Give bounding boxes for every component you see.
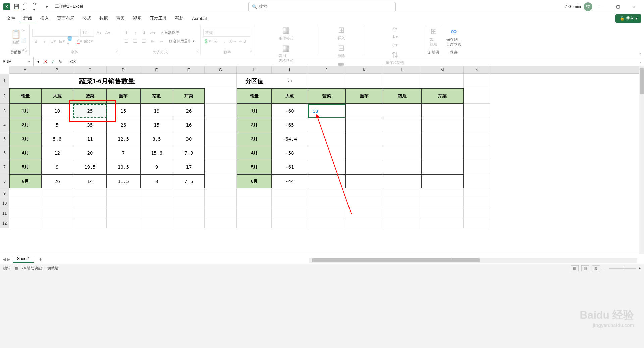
row-header[interactable]: 12 bbox=[0, 218, 9, 228]
cell-G5[interactable] bbox=[205, 132, 237, 146]
zoom-out-icon[interactable]: — bbox=[603, 266, 606, 270]
cell-A8[interactable]: 6月 bbox=[9, 174, 41, 188]
cell-D6[interactable]: 7 bbox=[107, 146, 140, 160]
cell-B5[interactable]: 5.6 bbox=[41, 132, 73, 146]
cell-L4[interactable] bbox=[383, 118, 421, 132]
col-header[interactable]: L bbox=[383, 66, 421, 73]
cell-F12[interactable] bbox=[173, 218, 205, 228]
col-header[interactable]: D bbox=[107, 66, 140, 73]
cell-N3[interactable] bbox=[464, 104, 490, 118]
fx-icon[interactable]: fx bbox=[57, 58, 64, 65]
cell-E5[interactable]: 8.5 bbox=[140, 132, 173, 146]
cell-K3[interactable] bbox=[345, 104, 383, 118]
cell-E4[interactable]: 15 bbox=[140, 118, 173, 132]
cell-E6[interactable]: 15.6 bbox=[140, 146, 173, 160]
cell-C4[interactable]: 35 bbox=[73, 118, 107, 132]
cell-F7[interactable]: 17 bbox=[173, 160, 205, 174]
col-header[interactable]: N bbox=[464, 66, 490, 73]
align-bottom-icon[interactable]: ⬇ bbox=[140, 29, 148, 37]
cell-F4[interactable]: 16 bbox=[173, 118, 205, 132]
fb-dropdown-icon[interactable]: ▾ bbox=[35, 58, 42, 65]
cell-H11[interactable] bbox=[237, 208, 272, 218]
orientation-icon[interactable]: ⤢▾ bbox=[149, 29, 156, 37]
tab-file[interactable]: 文件 bbox=[3, 13, 19, 23]
cell-C10[interactable] bbox=[73, 198, 107, 208]
cell-D8[interactable]: 11.5 bbox=[107, 174, 140, 188]
cell-C6[interactable]: 20 bbox=[73, 146, 107, 160]
cell-L5[interactable] bbox=[383, 132, 421, 146]
cell-L12[interactable] bbox=[383, 218, 421, 228]
currency-icon[interactable]: 💲▾ bbox=[203, 37, 211, 45]
cell-A5[interactable]: 3月 bbox=[9, 132, 41, 146]
row-header[interactable]: 2 bbox=[0, 88, 9, 104]
name-box[interactable]: SUM ▼ bbox=[0, 57, 34, 66]
cell-F9[interactable] bbox=[173, 188, 205, 198]
cell-H1[interactable]: 分区值 bbox=[237, 74, 272, 88]
cell-D9[interactable] bbox=[107, 188, 140, 198]
qat-undo-icon[interactable]: ↶ ▾ bbox=[23, 3, 30, 10]
cell-G1[interactable] bbox=[205, 74, 237, 88]
cell-N10[interactable] bbox=[464, 198, 490, 208]
cell-E11[interactable] bbox=[140, 208, 173, 218]
cell-H7[interactable]: 5月 bbox=[237, 160, 272, 174]
cell-J12[interactable] bbox=[308, 218, 345, 228]
cell-D2[interactable]: 魔芋 bbox=[107, 88, 140, 104]
cell-K4[interactable] bbox=[345, 118, 383, 132]
cell-G9[interactable] bbox=[205, 188, 237, 198]
cell-C3[interactable]: 25 bbox=[73, 104, 107, 118]
cell-M2[interactable]: 芹菜 bbox=[421, 88, 464, 104]
table-format-button[interactable]: ▦套用 表格格式 bbox=[277, 43, 295, 64]
cell-C8[interactable]: 14 bbox=[73, 174, 107, 188]
cell-B7[interactable]: 9 bbox=[41, 160, 73, 174]
horizontal-scrollbar[interactable] bbox=[309, 258, 637, 263]
cell-A10[interactable] bbox=[9, 198, 41, 208]
cell-J1[interactable] bbox=[308, 74, 345, 88]
col-header[interactable]: J bbox=[308, 66, 345, 73]
cell-A1[interactable]: 蔬菜1-6月销售数量 bbox=[9, 74, 205, 88]
cell-G12[interactable] bbox=[205, 218, 237, 228]
cell-C7[interactable]: 19.5 bbox=[73, 160, 107, 174]
cell-E8[interactable]: 8 bbox=[140, 174, 173, 188]
row-header[interactable]: 5 bbox=[0, 132, 9, 146]
row-header[interactable]: 7 bbox=[0, 160, 9, 174]
cell-F11[interactable] bbox=[173, 208, 205, 218]
cell-K5[interactable] bbox=[345, 132, 383, 146]
tab-view[interactable]: 视图 bbox=[129, 13, 146, 23]
cell-F8[interactable]: 7.5 bbox=[173, 174, 205, 188]
addins-button[interactable]: ⊞加 载项 bbox=[428, 26, 439, 48]
cell-J11[interactable] bbox=[308, 208, 345, 218]
cell-L6[interactable] bbox=[383, 146, 421, 160]
cell-F2[interactable]: 芹菜 bbox=[173, 88, 205, 104]
cell-D4[interactable]: 26 bbox=[107, 118, 140, 132]
cell-B2[interactable]: 大葱 bbox=[41, 88, 73, 104]
cell-N6[interactable] bbox=[464, 146, 490, 160]
cell-C5[interactable]: 11 bbox=[73, 132, 107, 146]
cell-E10[interactable] bbox=[140, 198, 173, 208]
cell-M4[interactable] bbox=[421, 118, 464, 132]
cell-B3[interactable]: 10 bbox=[41, 104, 73, 118]
cell-M11[interactable] bbox=[421, 208, 464, 218]
cell-H5[interactable]: 3月 bbox=[237, 132, 272, 146]
cell-K9[interactable] bbox=[345, 188, 383, 198]
cell-C11[interactable] bbox=[73, 208, 107, 218]
cell-N1[interactable] bbox=[464, 74, 490, 88]
cell-J9[interactable] bbox=[308, 188, 345, 198]
tab-layout[interactable]: 页面布局 bbox=[53, 13, 78, 23]
cell-H9[interactable] bbox=[237, 188, 272, 198]
row-header[interactable]: 4 bbox=[0, 118, 9, 132]
cell-M10[interactable] bbox=[421, 198, 464, 208]
cell-L8[interactable] bbox=[383, 174, 421, 188]
cell-M5[interactable] bbox=[421, 132, 464, 146]
decrease-font-icon[interactable]: A▾ bbox=[104, 29, 111, 37]
cell-B4[interactable]: 5 bbox=[41, 118, 73, 132]
tab-data[interactable]: 数据 bbox=[95, 13, 112, 23]
tab-home[interactable]: 开始 bbox=[19, 13, 36, 24]
cell-A12[interactable] bbox=[9, 218, 41, 228]
cell-E12[interactable] bbox=[140, 218, 173, 228]
border-icon[interactable]: ⊞▾ bbox=[58, 37, 66, 45]
cell-M9[interactable] bbox=[421, 188, 464, 198]
maximize-button[interactable]: ▢ bbox=[611, 2, 625, 12]
cell-M1[interactable] bbox=[421, 74, 464, 88]
dec-decimal-icon[interactable]: ←.0 bbox=[238, 37, 246, 45]
cell-I8[interactable]: -44 bbox=[272, 174, 308, 188]
